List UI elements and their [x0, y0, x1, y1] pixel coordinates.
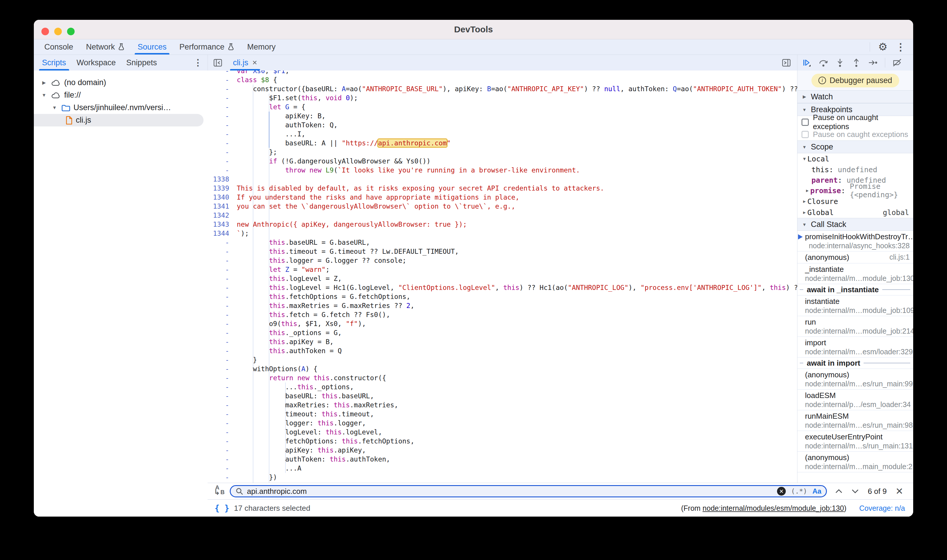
- code-line[interactable]: 1339This is disabled by default, as it r…: [208, 184, 797, 193]
- tree-item-no-domain[interactable]: ▶ (no domain): [34, 76, 208, 89]
- gutter-line-number[interactable]: -: [208, 464, 236, 473]
- code-line[interactable]: - this.logLevel = Hc1(G.logLevel, "Clien…: [208, 283, 797, 292]
- pause-caught-exceptions-row[interactable]: Pause on caught exceptions: [797, 128, 913, 140]
- more-options-icon[interactable]: ⋮: [896, 42, 905, 52]
- gutter-line-number[interactable]: -: [208, 410, 236, 419]
- code-line[interactable]: - $F1.set(this, void 0);: [208, 94, 797, 103]
- code-line[interactable]: - this.baseURL = G.baseURL,: [208, 238, 797, 247]
- code-line[interactable]: - fetchOptions: this.fetchOptions,: [208, 437, 797, 446]
- previous-match-icon[interactable]: [835, 489, 843, 494]
- checkbox[interactable]: [802, 118, 809, 126]
- hide-navigator-icon[interactable]: [213, 58, 222, 67]
- call-stack-frame[interactable]: promiseInitHookWithDestroyTr…node:intern…: [797, 231, 913, 251]
- code-line[interactable]: - apiKey: B,: [208, 112, 797, 121]
- gutter-line-number[interactable]: -: [208, 75, 236, 85]
- code-line[interactable]: - baseURL: A || "https://api.anthropic.c…: [208, 139, 797, 148]
- tab-snippets[interactable]: Snippets: [121, 55, 162, 71]
- gutter-line-number[interactable]: 1344: [208, 229, 236, 238]
- navigator-more-icon[interactable]: ⋮: [194, 58, 202, 67]
- call-stack-frame[interactable]: loadESMnode:internal/p…/esm_loader:34: [797, 389, 913, 410]
- tab-sources[interactable]: Sources: [131, 39, 173, 54]
- gutter-line-number[interactable]: -: [208, 157, 236, 166]
- code-line[interactable]: -var Xs0, $F1;: [208, 71, 797, 75]
- code-line[interactable]: 1341you can set the \`dangerouslyAllowBr…: [208, 202, 797, 211]
- gutter-line-number[interactable]: -: [208, 401, 236, 410]
- code-line[interactable]: - constructor({baseURL: A=ao("ANTHROPIC_…: [208, 85, 797, 94]
- chevron-down-icon[interactable]: ▼: [802, 156, 807, 162]
- step-out-icon[interactable]: [852, 58, 861, 67]
- gutter-line-number[interactable]: -: [208, 121, 236, 130]
- coverage-link[interactable]: Coverage: n/a: [859, 504, 905, 512]
- tab-memory[interactable]: Memory: [241, 39, 282, 54]
- scope-local[interactable]: ▼ Local: [797, 153, 913, 164]
- call-stack-frame[interactable]: instantiatenode:internal/m…module_job:10…: [797, 295, 913, 316]
- call-stack-frame[interactable]: executeUserEntryPointnode:internal/m…s/r…: [797, 431, 913, 452]
- gutter-line-number[interactable]: -: [208, 346, 236, 355]
- match-case-toggle[interactable]: Aa: [812, 487, 821, 495]
- call-stack-frame[interactable]: _instantiatenode:internal/m…module_job:1…: [797, 263, 913, 284]
- gutter-line-number[interactable]: -: [208, 437, 236, 446]
- gutter-line-number[interactable]: -: [208, 292, 236, 301]
- gutter-line-number[interactable]: -: [208, 283, 236, 292]
- section-call-stack[interactable]: ▼ Call Stack: [797, 218, 913, 231]
- tab-console[interactable]: Console: [38, 39, 80, 54]
- chevron-right-icon[interactable]: ▶: [802, 210, 807, 215]
- gutter-line-number[interactable]: -: [208, 112, 236, 121]
- close-find-bar-icon[interactable]: ✕: [895, 486, 903, 497]
- code-line[interactable]: -class $8 {: [208, 75, 797, 85]
- code-line[interactable]: - ...this._options,: [208, 383, 797, 392]
- code-line[interactable]: - timeout: this.timeout,: [208, 410, 797, 419]
- code-line[interactable]: - this.apiKey = B,: [208, 337, 797, 346]
- resume-script-icon[interactable]: [802, 58, 811, 67]
- deactivate-breakpoints-icon[interactable]: [892, 58, 902, 67]
- tab-network[interactable]: Network: [80, 39, 131, 54]
- code-line[interactable]: - this.authToken = Q: [208, 346, 797, 355]
- step-over-icon[interactable]: [818, 58, 828, 67]
- gutter-line-number[interactable]: -: [208, 274, 236, 283]
- code-line[interactable]: - baseURL: this.baseURL,: [208, 392, 797, 401]
- code-line[interactable]: - this.maxRetries = G.maxRetries ?? 2,: [208, 301, 797, 310]
- next-match-icon[interactable]: [851, 489, 859, 494]
- gutter-line-number[interactable]: -: [208, 374, 236, 383]
- chevron-down-icon[interactable]: ▼: [51, 105, 58, 111]
- code-line[interactable]: - ...I,: [208, 130, 797, 139]
- code-line[interactable]: - this.fetch = G.fetch ?? Fs0(),: [208, 310, 797, 319]
- chevron-right-icon[interactable]: ▶: [40, 80, 48, 85]
- call-stack-frame[interactable]: runnode:internal/m…module_job:214: [797, 316, 913, 337]
- gutter-line-number[interactable]: -: [208, 301, 236, 310]
- scope-var-this[interactable]: this: undefined: [797, 164, 913, 175]
- gutter-line-number[interactable]: 1340: [208, 193, 236, 202]
- gutter-line-number[interactable]: -: [208, 473, 236, 482]
- gutter-line-number[interactable]: -: [208, 130, 236, 139]
- step-into-icon[interactable]: [835, 58, 845, 67]
- code-line[interactable]: - this.logLevel = Z,: [208, 274, 797, 283]
- call-stack-frame[interactable]: runMainESMnode:internal/m…es/run_main:98: [797, 410, 913, 431]
- step-icon[interactable]: [868, 58, 878, 67]
- gutter-line-number[interactable]: -: [208, 256, 236, 265]
- code-line[interactable]: - }): [208, 473, 797, 482]
- code-line[interactable]: - this.fetchOptions = G.fetchOptions,: [208, 292, 797, 301]
- gutter-line-number[interactable]: -: [208, 265, 236, 274]
- code-line[interactable]: - maxRetries: this.maxRetries,: [208, 401, 797, 410]
- call-stack-frame[interactable]: (anonymous)node:internal/m…es/run_main:9…: [797, 369, 913, 389]
- replace-toggle-icon[interactable]: A↳B: [213, 485, 226, 498]
- gutter-line-number[interactable]: -: [208, 139, 236, 148]
- code-line[interactable]: - throw new L9(`It looks like you're run…: [208, 166, 797, 175]
- scope-var-promise[interactable]: ▶ promise: Promise {<pending>}: [797, 185, 913, 196]
- code-line[interactable]: 1343new Anthropic({ apiKey, dangerouslyA…: [208, 220, 797, 229]
- checkbox[interactable]: [802, 131, 809, 138]
- search-input[interactable]: api.anthropic.com ✕ (.*) Aa: [230, 485, 827, 497]
- regex-toggle[interactable]: (.*): [791, 488, 807, 495]
- gutter-line-number[interactable]: -: [208, 383, 236, 392]
- gutter-line-number[interactable]: 1342: [208, 211, 236, 220]
- chevron-right-icon[interactable]: ▶: [802, 94, 807, 99]
- gutter-line-number[interactable]: -: [208, 238, 236, 247]
- call-stack-frame[interactable]: (anonymous)cli.js:1: [797, 251, 913, 263]
- chevron-right-icon[interactable]: ▶: [804, 188, 810, 193]
- code-line[interactable]: - this._options = G,: [208, 328, 797, 337]
- gutter-line-number[interactable]: -: [208, 148, 236, 157]
- code-line[interactable]: - }: [208, 355, 797, 365]
- tab-performance[interactable]: Performance: [173, 39, 241, 54]
- code-line[interactable]: - authToken: this.authToken,: [208, 455, 797, 464]
- gutter-line-number[interactable]: -: [208, 428, 236, 437]
